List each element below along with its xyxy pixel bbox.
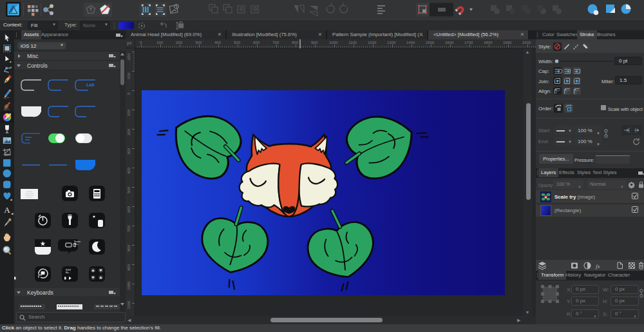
svg-text:1200: 1200 <box>368 41 377 44</box>
svg-text:1300: 1300 <box>387 41 396 44</box>
svg-text:800: 800 <box>127 244 131 251</box>
svg-text:Lab: Lab <box>86 83 95 87</box>
svg-text:-200: -200 <box>127 53 131 61</box>
svg-text:300: 300 <box>195 41 202 44</box>
svg-text:2000: 2000 <box>522 41 531 44</box>
svg-text:500: 500 <box>234 41 241 44</box>
svg-text:1100: 1100 <box>127 300 131 309</box>
svg-text:Mirr...: Mirr... <box>74 243 79 246</box>
svg-text:fx: fx <box>596 263 600 269</box>
svg-text:200: 200 <box>176 41 183 44</box>
svg-text:Bla...: Bla... <box>66 271 70 274</box>
svg-text:900: 900 <box>311 41 318 44</box>
svg-text:1000: 1000 <box>127 281 131 290</box>
svg-text:200: 200 <box>127 128 131 135</box>
svg-text:1000: 1000 <box>329 41 338 44</box>
svg-text:1700: 1700 <box>464 41 473 44</box>
svg-text:900: 900 <box>127 264 131 271</box>
svg-text:700: 700 <box>127 225 131 232</box>
svg-text:A: A <box>4 205 10 215</box>
svg-text:400: 400 <box>127 167 131 174</box>
svg-text:500: 500 <box>127 186 131 193</box>
svg-text:1900: 1900 <box>503 41 512 44</box>
svg-text:1500: 1500 <box>426 41 435 44</box>
svg-text:1600: 1600 <box>445 41 454 44</box>
svg-text:1100: 1100 <box>348 41 357 44</box>
svg-text:1400: 1400 <box>406 41 415 44</box>
svg-text:600: 600 <box>253 41 260 44</box>
svg-text:1800: 1800 <box>484 41 493 44</box>
svg-text:-100: -100 <box>127 72 131 81</box>
svg-text:700: 700 <box>272 41 279 44</box>
svg-text:400: 400 <box>214 41 222 44</box>
svg-text:100: 100 <box>156 41 164 44</box>
svg-text:300: 300 <box>127 148 131 155</box>
svg-text:100: 100 <box>127 109 131 116</box>
svg-text:800: 800 <box>292 41 299 44</box>
svg-text:600: 600 <box>127 206 131 213</box>
